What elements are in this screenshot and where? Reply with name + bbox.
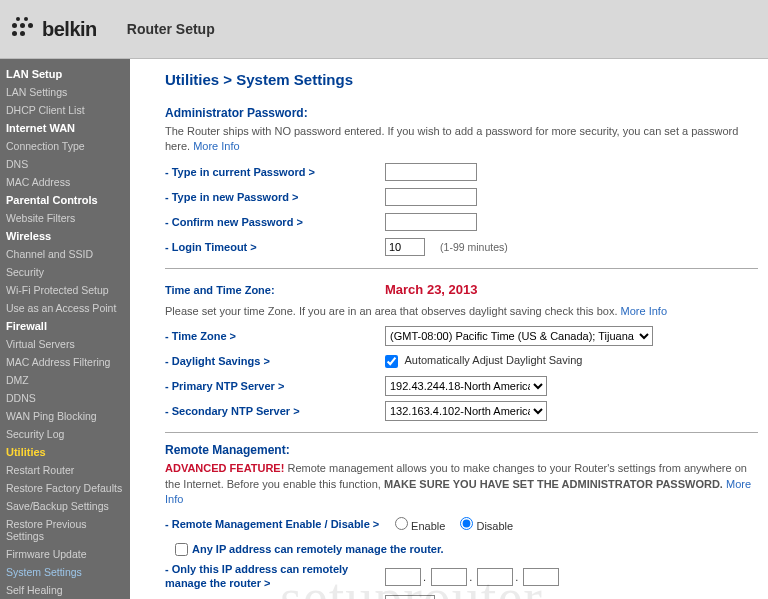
header-title: Router Setup — [127, 21, 215, 37]
advanced-feature-label: ADVANCED FEATURE! — [165, 462, 284, 474]
confirm-password-label: - Confirm new Password > — [165, 216, 385, 228]
remote-enable-label: - Remote Management Enable / Disable > — [165, 518, 395, 530]
brand-name: belkin — [42, 18, 97, 41]
daylight-savings-cb-label[interactable]: Automatically Adjust Daylight Saving — [404, 354, 582, 366]
main-content: Utilities > System Settings Administrato… — [130, 59, 768, 599]
timezone-label: - Time Zone > — [165, 330, 385, 342]
login-timeout-input[interactable] — [385, 238, 425, 256]
login-timeout-label: - Login Timeout > — [165, 241, 385, 253]
daylight-savings-checkbox[interactable] — [385, 355, 398, 368]
sidebar-item-mac-address[interactable]: MAC Address — [0, 173, 130, 191]
sidebar-item-restart-router[interactable]: Restart Router — [0, 461, 130, 479]
current-password-label: - Type in current Password > — [165, 166, 385, 178]
remote-enable-radio[interactable] — [395, 517, 408, 530]
admin-password-heading: Administrator Password: — [165, 106, 758, 120]
sidebar-item-use-as-an-access-point[interactable]: Use as an Access Point — [0, 299, 130, 317]
remote-disable-radio-label[interactable]: Disable — [460, 520, 513, 532]
sidebar-item-firmware-update[interactable]: Firmware Update — [0, 545, 130, 563]
secondary-ntp-label: - Secondary NTP Server > — [165, 405, 385, 417]
admin-password-desc: The Router ships with NO password entere… — [165, 124, 758, 155]
sidebar-item-virtual-servers[interactable]: Virtual Servers — [0, 335, 130, 353]
sidebar-heading-wireless: Wireless — [0, 227, 130, 245]
sidebar-item-save-backup-settings[interactable]: Save/Backup Settings — [0, 497, 130, 515]
remote-disable-radio[interactable] — [460, 517, 473, 530]
sidebar-item-dmz[interactable]: DMZ — [0, 371, 130, 389]
new-password-input[interactable] — [385, 188, 477, 206]
sidebar-item-connection-type[interactable]: Connection Type — [0, 137, 130, 155]
ip-octet-3[interactable] — [477, 568, 513, 586]
remote-management-heading: Remote Management: — [165, 443, 758, 457]
confirm-password-input[interactable] — [385, 213, 477, 231]
belkin-dots-icon — [10, 15, 38, 43]
time-zone-heading: Time and Time Zone: — [165, 284, 385, 296]
ip-octet-1[interactable] — [385, 568, 421, 586]
time-zone-desc: Please set your time Zone. If you are in… — [165, 304, 758, 319]
sidebar-item-dns[interactable]: DNS — [0, 155, 130, 173]
sidebar-heading-firewall: Firewall — [0, 317, 130, 335]
ip-octet-2[interactable] — [431, 568, 467, 586]
sidebar-item-website-filters[interactable]: Website Filters — [0, 209, 130, 227]
new-password-label: - Type in new Password > — [165, 191, 385, 203]
brand-logo: belkin — [10, 15, 97, 43]
primary-ntp-label: - Primary NTP Server > — [165, 380, 385, 392]
breadcrumb: Utilities > System Settings — [165, 71, 758, 88]
sidebar-item-restore-factory-defaults[interactable]: Restore Factory Defaults — [0, 479, 130, 497]
remote-port-input[interactable] — [385, 595, 435, 599]
sidebar-item-lan-settings[interactable]: LAN Settings — [0, 83, 130, 101]
sidebar-item-wan-ping-blocking[interactable]: WAN Ping Blocking — [0, 407, 130, 425]
sidebar-item-mac-address-filtering[interactable]: MAC Address Filtering — [0, 353, 130, 371]
sidebar-item-system-settings[interactable]: System Settings — [0, 563, 130, 581]
sidebar-item-self-healing[interactable]: Self Healing — [0, 581, 130, 599]
sidebar-nav: LAN SetupLAN SettingsDHCP Client ListInt… — [0, 59, 130, 599]
admin-more-info-link[interactable]: More Info — [193, 140, 239, 152]
sidebar-item-restore-previous-settings[interactable]: Restore Previous Settings — [0, 515, 130, 545]
secondary-ntp-select[interactable]: 132.163.4.102-North America — [385, 401, 547, 421]
remote-enable-radio-label[interactable]: Enable — [395, 520, 445, 532]
sidebar-item-security-log[interactable]: Security Log — [0, 425, 130, 443]
any-ip-label[interactable]: Any IP address can remotely manage the r… — [192, 543, 444, 555]
sidebar-heading-internet-wan: Internet WAN — [0, 119, 130, 137]
any-ip-checkbox[interactable] — [175, 543, 188, 556]
current-date: March 23, 2013 — [385, 282, 478, 297]
divider — [165, 432, 758, 433]
ip-octet-4[interactable] — [523, 568, 559, 586]
login-timeout-hint: (1-99 minutes) — [440, 241, 508, 253]
sidebar-item-channel-and-ssid[interactable]: Channel and SSID — [0, 245, 130, 263]
only-ip-label: - Only this IP address can remotely mana… — [165, 563, 385, 589]
sidebar-heading-parental-controls: Parental Controls — [0, 191, 130, 209]
sidebar-item-security[interactable]: Security — [0, 263, 130, 281]
sidebar-heading-lan-setup: LAN Setup — [0, 65, 130, 83]
remote-management-desc: ADVANCED FEATURE! Remote management allo… — [165, 461, 758, 507]
current-password-input[interactable] — [385, 163, 477, 181]
daylight-savings-label: - Daylight Savings > — [165, 355, 385, 367]
time-more-info-link[interactable]: More Info — [621, 305, 667, 317]
timezone-select[interactable]: (GMT-08:00) Pacific Time (US & Canada); … — [385, 326, 653, 346]
sidebar-item-wi-fi-protected-setup[interactable]: Wi-Fi Protected Setup — [0, 281, 130, 299]
sidebar-item-dhcp-client-list[interactable]: DHCP Client List — [0, 101, 130, 119]
divider — [165, 268, 758, 269]
sidebar-heading-utilities[interactable]: Utilities — [0, 443, 130, 461]
primary-ntp-select[interactable]: 192.43.244.18-North America — [385, 376, 547, 396]
app-header: belkin Router Setup — [0, 0, 768, 59]
sidebar-item-ddns[interactable]: DDNS — [0, 389, 130, 407]
